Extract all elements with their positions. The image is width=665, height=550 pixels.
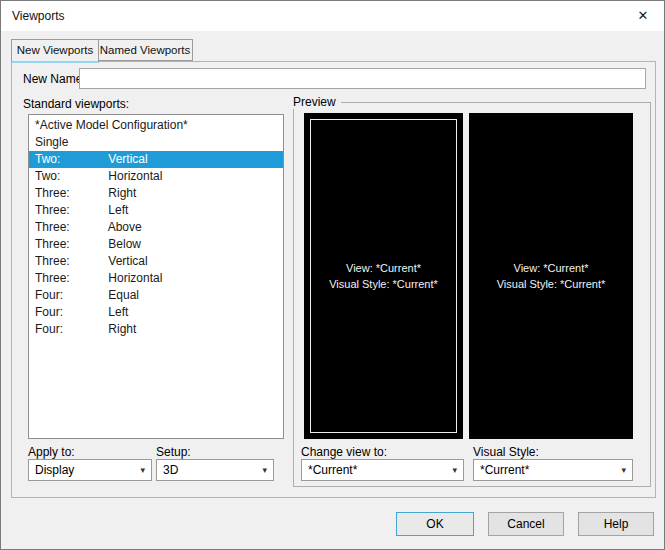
standard-viewports-list[interactable]: *Active Model Configuration* Single Two:… <box>28 114 284 439</box>
viewport-option[interactable]: Three: Right <box>29 185 283 202</box>
visual-style-value: *Current* <box>480 463 529 477</box>
change-view-label: Change view to: <box>301 445 387 459</box>
dropdown-arrow-icon: ▾ <box>140 461 145 479</box>
ok-button[interactable]: OK <box>396 512 474 536</box>
viewports-dialog: Viewports ✕ New Viewports Named Viewport… <box>0 0 665 550</box>
pane-view-text: View: *Current* <box>514 260 589 276</box>
close-icon[interactable]: ✕ <box>627 1 659 31</box>
viewport-option[interactable]: *Active Model Configuration* <box>29 117 283 134</box>
setup-value: 3D <box>163 463 178 477</box>
new-name-label: New Name <box>23 72 82 86</box>
preview-pane-left[interactable]: View: *Current* Visual Style: *Current* <box>304 113 463 439</box>
viewport-option[interactable]: Single <box>29 134 283 151</box>
setup-dropdown[interactable]: 3D ▾ <box>156 459 274 481</box>
title-bar: Viewports ✕ <box>1 1 664 31</box>
viewport-option[interactable]: Three: Vertical <box>29 253 283 270</box>
preview-label: Preview <box>293 95 341 109</box>
viewport-option[interactable]: Three: Horizontal <box>29 270 283 287</box>
dropdown-arrow-icon: ▾ <box>621 461 626 479</box>
dropdown-arrow-icon: ▾ <box>452 461 457 479</box>
viewport-option[interactable]: Four: Right <box>29 321 283 338</box>
dialog-title: Viewports <box>12 1 64 31</box>
visual-style-label: Visual Style: <box>473 445 539 459</box>
pane-style-text: Visual Style: *Current* <box>329 276 438 292</box>
pane-style-text: Visual Style: *Current* <box>497 276 606 292</box>
viewport-option[interactable]: Three: Below <box>29 236 283 253</box>
help-button[interactable]: Help <box>578 512 654 536</box>
preview-pane-right[interactable]: View: *Current* Visual Style: *Current* <box>469 113 633 439</box>
viewport-option[interactable]: Four: Equal <box>29 287 283 304</box>
change-view-dropdown[interactable]: *Current* ▾ <box>301 459 464 481</box>
tab-new-viewports[interactable]: New Viewports <box>11 39 99 63</box>
apply-to-dropdown[interactable]: Display ▾ <box>28 459 152 481</box>
viewport-option[interactable]: Two: Horizontal <box>29 168 283 185</box>
dropdown-arrow-icon: ▾ <box>262 461 267 479</box>
viewport-option[interactable]: Three: Left <box>29 202 283 219</box>
new-name-input[interactable] <box>79 68 646 89</box>
tab-named-viewports[interactable]: Named Viewports <box>98 39 193 61</box>
apply-to-value: Display <box>35 463 74 477</box>
cancel-button[interactable]: Cancel <box>488 512 564 536</box>
setup-label: Setup: <box>156 445 191 459</box>
viewport-option[interactable]: Four: Left <box>29 304 283 321</box>
standard-viewports-label: Standard viewports: <box>23 97 129 111</box>
pane-view-text: View: *Current* <box>346 260 421 276</box>
tab-label: Named Viewports <box>100 44 191 56</box>
apply-to-label: Apply to: <box>28 445 75 459</box>
tab-label: New Viewports <box>17 44 94 56</box>
viewport-option-selected[interactable]: Two: Vertical <box>29 151 283 168</box>
change-view-value: *Current* <box>308 463 357 477</box>
visual-style-dropdown[interactable]: *Current* ▾ <box>473 459 633 481</box>
viewport-option[interactable]: Three: Above <box>29 219 283 236</box>
